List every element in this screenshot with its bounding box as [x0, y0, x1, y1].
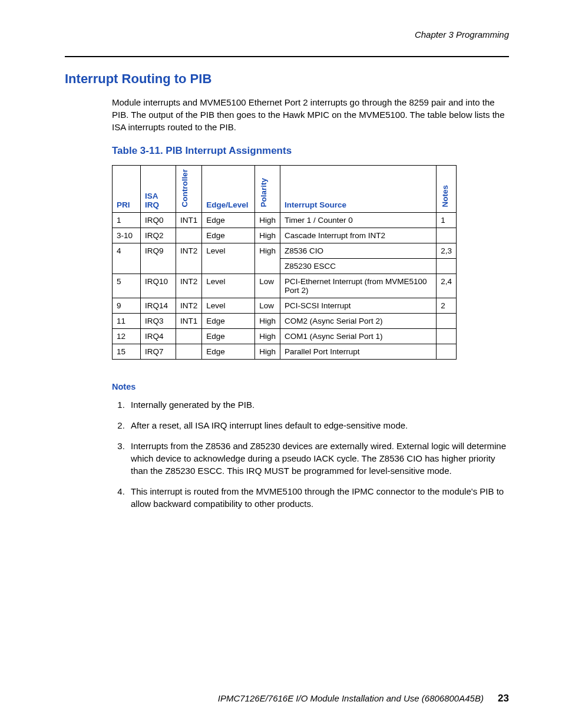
table-row: 11 IRQ3 INT1 Edge High COM2 (Async Seria…: [113, 314, 457, 329]
cell-notes: [437, 259, 457, 274]
col-header-notes: Notes: [437, 166, 457, 213]
cell-src: COM2 (Async Serial Port 2): [280, 314, 437, 329]
cell-pol: Low: [255, 274, 280, 298]
cell-ctrl: [176, 344, 202, 360]
cell-src: Timer 1 / Counter 0: [280, 213, 437, 228]
table-row: 3-10 IRQ2 Edge High Cascade Interrupt fr…: [113, 228, 457, 243]
table-row: 1 IRQ0 INT1 Edge High Timer 1 / Counter …: [113, 213, 457, 228]
cell-pri: 11: [113, 314, 141, 329]
cell-irq: IRQ2: [141, 228, 176, 243]
cell-notes: [437, 329, 457, 344]
header-rule: [65, 56, 509, 57]
note-item: Interrupts from the Z8536 and Z85230 dev…: [127, 440, 509, 477]
cell-src: Z8536 CIO: [280, 243, 437, 259]
cell-notes: 1: [437, 213, 457, 228]
cell-pol: High: [255, 344, 280, 360]
cell-src: PCI-Ethernet Interrupt (from MVME5100 Po…: [280, 274, 437, 298]
cell-notes: [437, 344, 457, 360]
pib-interrupt-table: PRI ISA IRQ Controller Edge/Level Polari…: [112, 165, 457, 360]
cell-edge: Level: [202, 298, 255, 314]
cell-pol: Low: [255, 298, 280, 314]
cell-ctrl: INT2: [176, 298, 202, 314]
note-item: Internally generated by the PIB.: [127, 398, 509, 411]
cell-pri: 1: [113, 213, 141, 228]
page-footer: IPMC7126E/7616E I/O Module Installation …: [65, 693, 509, 704]
cell-pol: High: [255, 314, 280, 329]
footer-doc-title: IPMC7126E/7616E I/O Module Installation …: [218, 693, 484, 703]
cell-pol: High: [255, 243, 280, 274]
col-header-polarity: Polarity: [255, 166, 280, 213]
col-header-irq: ISA IRQ: [141, 166, 176, 213]
chapter-header: Chapter 3 Programming: [65, 29, 509, 43]
cell-src: COM1 (Async Serial Port 1): [280, 329, 437, 344]
cell-ctrl: [176, 329, 202, 344]
cell-edge: Edge: [202, 314, 255, 329]
cell-ctrl: INT2: [176, 274, 202, 298]
cell-pol: High: [255, 213, 280, 228]
cell-irq: IRQ4: [141, 329, 176, 344]
col-header-controller: Controller: [176, 166, 202, 213]
cell-irq: IRQ10: [141, 274, 176, 298]
cell-pol: High: [255, 228, 280, 243]
cell-pri: 4: [113, 243, 141, 274]
page: Chapter 3 Programming Interrupt Routing …: [0, 0, 562, 728]
cell-pri: 3-10: [113, 228, 141, 243]
cell-edge: Level: [202, 243, 255, 274]
page-number: 23: [498, 693, 509, 704]
section-paragraph: Module interrupts and MVME5100 Ethernet …: [112, 96, 509, 133]
cell-notes: [437, 314, 457, 329]
cell-src: Z85230 ESCC: [280, 259, 437, 274]
cell-edge: Edge: [202, 329, 255, 344]
notes-heading: Notes: [112, 382, 509, 391]
cell-ctrl: INT2: [176, 243, 202, 274]
cell-irq: IRQ7: [141, 344, 176, 360]
col-header-controller-text: Controller: [180, 169, 189, 207]
cell-irq: IRQ14: [141, 298, 176, 314]
cell-ctrl: INT1: [176, 213, 202, 228]
cell-notes: 2,3: [437, 243, 457, 259]
note-item: After a reset, all ISA IRQ interrupt lin…: [127, 419, 509, 431]
cell-pri: 9: [113, 298, 141, 314]
cell-pri: 12: [113, 329, 141, 344]
cell-ctrl: INT1: [176, 314, 202, 329]
col-header-notes-text: Notes: [441, 185, 449, 207]
table-header-row: PRI ISA IRQ Controller Edge/Level Polari…: [113, 166, 457, 213]
cell-irq: IRQ0: [141, 213, 176, 228]
col-header-source: Interrupt Source: [280, 166, 437, 213]
cell-edge: Edge: [202, 213, 255, 228]
table-row: 12 IRQ4 Edge High COM1 (Async Serial Por…: [113, 329, 457, 344]
cell-notes: [437, 228, 457, 243]
section-title: Interrupt Routing to PIB: [65, 71, 509, 87]
table-title: Table 3-11. PIB Interrupt Assignments: [112, 145, 509, 157]
cell-notes: 2: [437, 298, 457, 314]
col-header-polarity-text: Polarity: [259, 178, 268, 207]
cell-notes: 2,4: [437, 274, 457, 298]
table-row: 5 IRQ10 INT2 Level Low PCI-Ethernet Inte…: [113, 274, 457, 298]
cell-pri: 15: [113, 344, 141, 360]
table-row: 9 IRQ14 INT2 Level Low PCI-SCSI Interrup…: [113, 298, 457, 314]
table-row: 4 IRQ9 INT2 Level High Z8536 CIO 2,3: [113, 243, 457, 259]
cell-pol: High: [255, 329, 280, 344]
table-body: 1 IRQ0 INT1 Edge High Timer 1 / Counter …: [113, 213, 457, 360]
cell-src: Parallel Port Interrupt: [280, 344, 437, 360]
cell-ctrl: [176, 228, 202, 243]
col-header-pri: PRI: [113, 166, 141, 213]
cell-irq: IRQ9: [141, 243, 176, 274]
cell-irq: IRQ3: [141, 314, 176, 329]
table-row: 15 IRQ7 Edge High Parallel Port Interrup…: [113, 344, 457, 360]
note-item: This interrupt is routed from the MVME51…: [127, 485, 509, 510]
cell-pri: 5: [113, 274, 141, 298]
cell-edge: Edge: [202, 344, 255, 360]
notes-list: Internally generated by the PIB. After a…: [112, 398, 509, 510]
cell-edge: Level: [202, 274, 255, 298]
cell-src: Cascade Interrupt from INT2: [280, 228, 437, 243]
col-header-edge: Edge/Level: [202, 166, 255, 213]
cell-edge: Edge: [202, 228, 255, 243]
cell-src: PCI-SCSI Interrupt: [280, 298, 437, 314]
